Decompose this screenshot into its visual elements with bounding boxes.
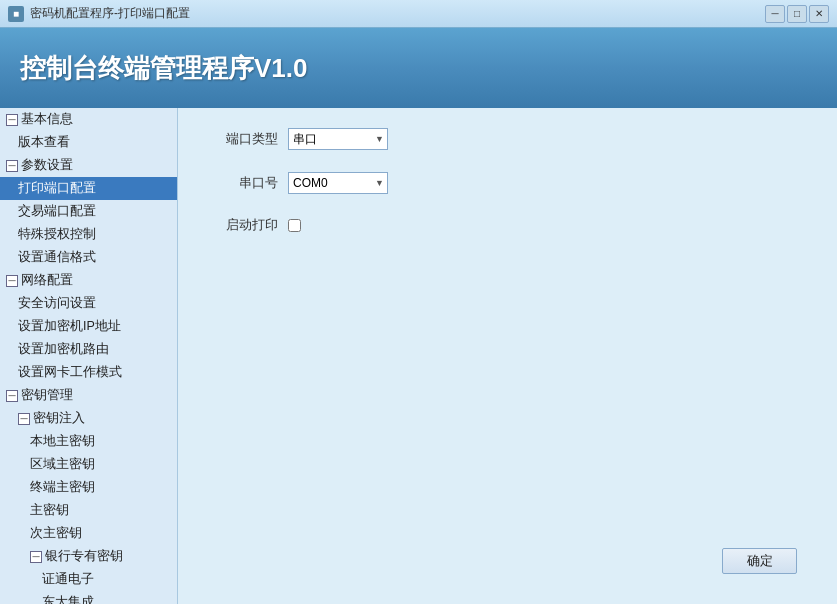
close-button[interactable]: ✕ [809, 5, 829, 23]
toggle-basic-info[interactable]: ─ [6, 114, 18, 126]
serial-num-group: 串口号 COM0 COM1 COM2 COM3 ▼ [198, 172, 817, 194]
sidebar-item-region-master[interactable]: 区域主密钥 [0, 453, 177, 476]
print-start-label: 启动打印 [198, 216, 278, 234]
sidebar-item-param-settings[interactable]: ─参数设置 [0, 154, 177, 177]
sidebar-item-access-settings[interactable]: 安全访问设置 [0, 292, 177, 315]
port-type-select-wrapper: 串口 网口 ▼ [288, 128, 388, 150]
sidebar-item-key-mgmt[interactable]: ─密钥管理 [0, 384, 177, 407]
sidebar-item-special-auth[interactable]: 特殊授权控制 [0, 223, 177, 246]
sidebar-item-trade-port[interactable]: 交易端口配置 [0, 200, 177, 223]
window-title: 密码机配置程序-打印端口配置 [30, 5, 190, 22]
app-icon: ■ [8, 6, 24, 22]
window-controls: ─ □ ✕ [765, 5, 829, 23]
content-area: 端口类型 串口 网口 ▼ 串口号 COM0 COM1 COM2 COM3 ▼ [178, 108, 837, 604]
title-bar-left: ■ 密码机配置程序-打印端口配置 [8, 5, 190, 22]
serial-num-select[interactable]: COM0 COM1 COM2 COM3 [288, 172, 388, 194]
toggle-net-config[interactable]: ─ [6, 275, 18, 287]
toggle-param-settings[interactable]: ─ [6, 160, 18, 172]
minimize-button[interactable]: ─ [765, 5, 785, 23]
sidebar-item-cert-electron[interactable]: 证通电子 [0, 568, 177, 591]
sidebar-item-key-inject[interactable]: ─密钥注入 [0, 407, 177, 430]
sidebar-item-set-nic[interactable]: 设置网卡工作模式 [0, 361, 177, 384]
main-layout: ─基本信息 版本查看 ─参数设置 打印端口配置 交易端口配置 特殊授权控制 设置… [0, 108, 837, 604]
port-type-select[interactable]: 串口 网口 [288, 128, 388, 150]
port-type-group: 端口类型 串口 网口 ▼ [198, 128, 817, 150]
sidebar-item-print-port[interactable]: 打印端口配置 [0, 177, 177, 200]
serial-num-label: 串口号 [198, 174, 278, 192]
sidebar-item-donghua[interactable]: 东大集成 [0, 591, 177, 604]
app-header: 控制台终端管理程序V1.0 [0, 28, 837, 108]
app-title: 控制台终端管理程序V1.0 [20, 51, 308, 86]
sidebar-item-terminal-master[interactable]: 终端主密钥 [0, 476, 177, 499]
sidebar-item-version-check[interactable]: 版本查看 [0, 131, 177, 154]
sidebar-item-comm-format[interactable]: 设置通信格式 [0, 246, 177, 269]
sidebar-item-local-master[interactable]: 本地主密钥 [0, 430, 177, 453]
sidebar-item-set-route[interactable]: 设置加密机路由 [0, 338, 177, 361]
toggle-key-mgmt[interactable]: ─ [6, 390, 18, 402]
sidebar-item-net-config[interactable]: ─网络配置 [0, 269, 177, 292]
sidebar-item-basic-info[interactable]: ─基本信息 [0, 108, 177, 131]
print-start-checkbox[interactable] [288, 219, 301, 232]
port-type-label: 端口类型 [198, 130, 278, 148]
title-bar: ■ 密码机配置程序-打印端口配置 ─ □ ✕ [0, 0, 837, 28]
serial-num-select-wrapper: COM0 COM1 COM2 COM3 ▼ [288, 172, 388, 194]
print-start-checkbox-wrapper [288, 219, 301, 232]
sidebar-item-set-ip[interactable]: 设置加密机IP地址 [0, 315, 177, 338]
maximize-button[interactable]: □ [787, 5, 807, 23]
toggle-bank-key[interactable]: ─ [30, 551, 42, 563]
sidebar: ─基本信息 版本查看 ─参数设置 打印端口配置 交易端口配置 特殊授权控制 设置… [0, 108, 178, 604]
toggle-key-inject[interactable]: ─ [18, 413, 30, 425]
print-start-group: 启动打印 [198, 216, 817, 234]
confirm-button[interactable]: 确定 [722, 548, 797, 574]
sidebar-item-bank-key[interactable]: ─银行专有密钥 [0, 545, 177, 568]
sidebar-item-sub-master[interactable]: 次主密钥 [0, 522, 177, 545]
sidebar-item-master-key[interactable]: 主密钥 [0, 499, 177, 522]
